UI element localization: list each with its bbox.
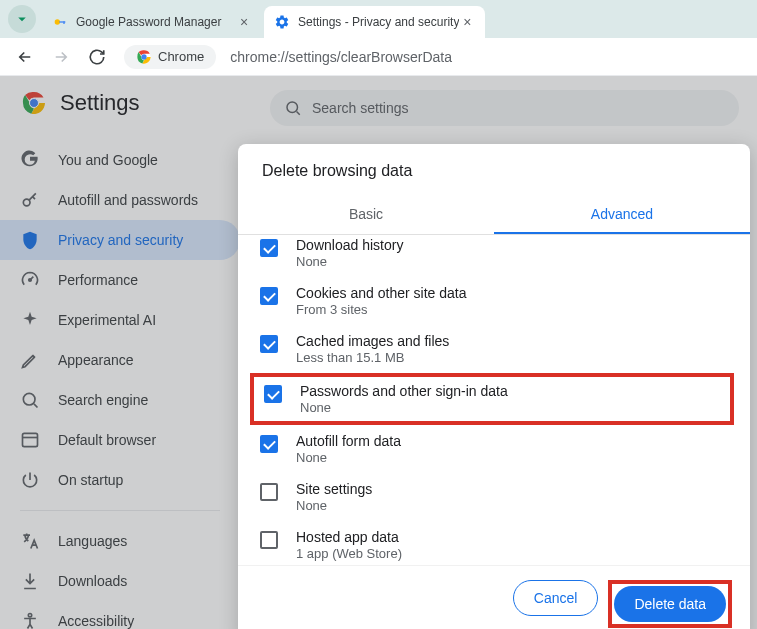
gear-icon (274, 14, 290, 30)
tab-title: Settings - Privacy and security (298, 15, 459, 29)
option-cookies: Cookies and other site data From 3 sites (254, 277, 730, 325)
checkbox[interactable] (260, 335, 278, 353)
option-hosted-app: Hosted app data 1 app (Web Store) (254, 521, 730, 565)
tab-advanced[interactable]: Advanced (494, 196, 750, 234)
reload-button[interactable] (82, 42, 112, 72)
checkbox[interactable] (260, 483, 278, 501)
address-url[interactable]: chrome://settings/clearBrowserData (230, 49, 452, 65)
option-sub: None (296, 498, 724, 513)
tab-basic[interactable]: Basic (238, 196, 494, 234)
close-icon[interactable]: × (459, 14, 475, 30)
highlight-delete: Delete data (608, 580, 732, 628)
option-label: Cookies and other site data (296, 285, 724, 301)
key-icon (52, 14, 68, 30)
option-sub: None (296, 450, 724, 465)
option-sub: From 3 sites (296, 302, 724, 317)
cancel-button[interactable]: Cancel (513, 580, 599, 616)
close-icon[interactable]: × (236, 14, 252, 30)
browser-tab-0[interactable]: Google Password Manager × (42, 6, 262, 38)
dialog-body[interactable]: Download history None Cookies and other … (238, 235, 750, 565)
toolbar: Chrome chrome://settings/clearBrowserDat… (0, 38, 757, 76)
option-sub: None (296, 254, 724, 269)
forward-button[interactable] (46, 42, 76, 72)
checkbox[interactable] (260, 287, 278, 305)
svg-point-0 (55, 19, 60, 24)
dialog-footer: Cancel Delete data (238, 565, 750, 629)
svg-rect-2 (63, 21, 64, 24)
option-download-history: Download history None (254, 235, 730, 277)
option-label: Autofill form data (296, 433, 724, 449)
dialog-tabs: Basic Advanced (238, 196, 750, 235)
highlight-passwords: Passwords and other sign-in data None (250, 373, 734, 425)
checkbox[interactable] (260, 239, 278, 257)
option-cached: Cached images and files Less than 15.1 M… (254, 325, 730, 373)
option-sub: None (300, 400, 720, 415)
delete-data-button[interactable]: Delete data (614, 586, 726, 622)
option-label: Cached images and files (296, 333, 724, 349)
option-label: Download history (296, 237, 724, 253)
back-button[interactable] (10, 42, 40, 72)
tab-bar: Google Password Manager × Settings - Pri… (0, 0, 757, 38)
checkbox[interactable] (264, 385, 282, 403)
option-label: Passwords and other sign-in data (300, 383, 720, 399)
checkbox[interactable] (260, 435, 278, 453)
delete-browsing-data-dialog: Delete browsing data Basic Advanced Down… (238, 144, 750, 629)
chrome-icon (136, 49, 152, 65)
browser-tab-1[interactable]: Settings - Privacy and security × (264, 6, 485, 38)
option-passwords: Passwords and other sign-in data None (258, 379, 726, 419)
profile-button[interactable] (8, 5, 36, 33)
option-label: Hosted app data (296, 529, 724, 545)
tab-title: Google Password Manager (76, 15, 236, 29)
option-label: Site settings (296, 481, 724, 497)
option-autofill: Autofill form data None (254, 425, 730, 473)
option-sub: 1 app (Web Store) (296, 546, 724, 561)
address-label: Chrome (158, 49, 204, 64)
checkbox[interactable] (260, 531, 278, 549)
option-site-settings: Site settings None (254, 473, 730, 521)
option-sub: Less than 15.1 MB (296, 350, 724, 365)
svg-point-4 (141, 54, 146, 59)
dialog-title: Delete browsing data (238, 144, 750, 196)
address-chip[interactable]: Chrome (124, 45, 216, 69)
